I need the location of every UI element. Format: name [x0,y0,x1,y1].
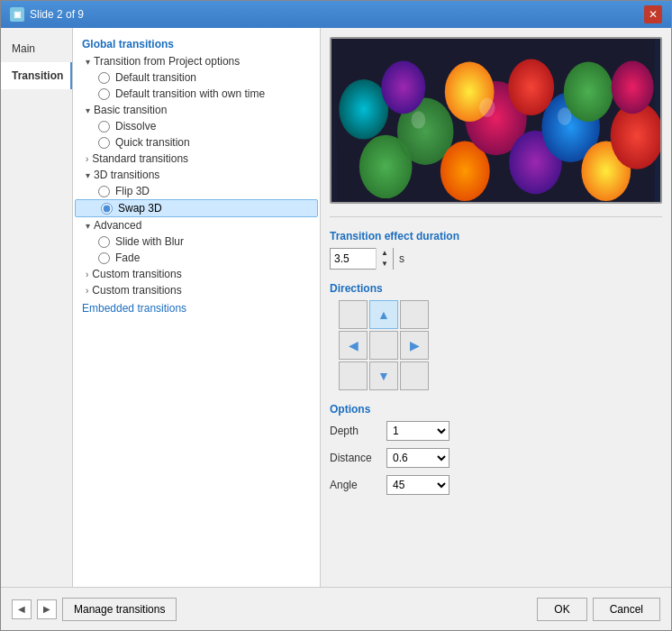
divider1 [330,216,662,217]
duration-section: Transition effect duration ▲ ▼ s [330,230,662,270]
svg-point-12 [508,59,554,116]
section-custom2[interactable]: › Custom transitions [73,282,320,298]
option-distance: Distance 0.40.60.81.0 [330,448,662,468]
angle-select[interactable]: 30456090 [386,475,450,495]
manage-transitions-btn[interactable]: Manage transitions [62,598,177,621]
footer-left: ◀ ▶ Manage transitions [12,598,177,621]
dir-btn-down[interactable]: ▼ [369,361,398,390]
options-section: Options Depth 123 Distance 0.40.60.81.0 … [330,403,662,502]
duration-input[interactable] [331,249,376,269]
spin-down-btn[interactable]: ▼ [377,259,393,270]
svg-point-17 [558,107,572,125]
dir-btn-center [369,331,398,360]
radio-flip3d[interactable]: Flip 3D [73,183,320,199]
radio-slide-blur[interactable]: Slide with Blur [73,233,320,250]
svg-point-16 [479,98,495,118]
arrow-icon: ▾ [86,57,90,67]
spin-up-btn[interactable]: ▲ [377,248,393,259]
dialog-body: Main Transition Global transitions ▾ Tra… [1,28,671,587]
duration-row: ▲ ▼ s [330,248,662,270]
prev-slide-btn[interactable]: ◀ [12,599,32,619]
depth-label: Depth [330,425,379,437]
radio-input-slide-blur[interactable] [98,236,110,248]
global-transitions-header[interactable]: Global transitions [73,35,320,53]
ok-button[interactable]: OK [537,598,586,621]
directions-grid: ▲ ◀ ▶ ▼ [339,300,429,390]
nav-item-main[interactable]: Main [1,35,72,62]
arrow-icon-custom1: › [86,270,88,279]
radio-input-dissolve[interactable] [98,121,110,133]
dir-btn-left[interactable]: ◀ [339,331,368,360]
dialog-footer: ◀ ▶ Manage transitions OK Cancel [1,587,671,630]
radio-default-own-time[interactable]: Default transition with own time [73,86,320,102]
title-bar: ▣ Slide 2 of 9 ✕ [1,1,671,28]
dir-btn-br [400,361,429,390]
radio-input-swap3d[interactable] [101,203,113,215]
svg-point-13 [564,61,613,122]
distance-select[interactable]: 0.40.60.81.0 [386,448,450,468]
dialog-icon: ▣ [10,7,24,22]
duration-spinner[interactable]: ▲ ▼ [330,248,394,270]
arrow-icon-standard: › [86,154,88,164]
radio-quick-transition[interactable]: Quick transition [73,134,320,151]
arrow-icon-advanced: ▾ [86,221,90,231]
close-button[interactable]: ✕ [644,5,662,23]
middle-panel: Global transitions ▾ Transition from Pro… [73,28,321,587]
section-custom1[interactable]: › Custom transitions [73,266,320,282]
directions-label: Directions [330,282,662,295]
distance-label: Distance [330,452,379,464]
svg-point-10 [381,60,425,114]
title-bar-left: ▣ Slide 2 of 9 [10,7,84,22]
section-standard[interactable]: › Standard transitions [73,151,320,167]
radio-input-own-time[interactable] [98,88,110,100]
arrow-icon-custom2: › [86,286,88,296]
duration-label: Transition effect duration [330,230,662,242]
next-slide-btn[interactable]: ▶ [37,599,57,619]
section-from-project[interactable]: ▾ Transition from Project options [73,53,320,69]
right-panel: Transition effect duration ▲ ▼ s Directi… [321,28,671,587]
dir-btn-bl [339,361,368,390]
arrow-icon-3d: ▾ [86,170,90,180]
spinner-buttons: ▲ ▼ [376,248,393,270]
radio-input-flip3d[interactable] [98,186,110,197]
depth-select[interactable]: 123 [386,421,450,441]
embedded-transitions-link[interactable]: Embedded transitions [73,298,320,318]
section-3d[interactable]: ▾ 3D transitions [73,167,320,183]
preview-image [330,37,662,204]
radio-default-transition[interactable]: Default transition [73,69,320,86]
svg-point-9 [339,79,388,140]
radio-input-quick[interactable] [98,137,110,149]
radio-swap3d-selected[interactable]: Swap 3D [75,199,318,217]
dialog-title: Slide 2 of 9 [30,8,84,21]
duration-unit: s [399,252,404,265]
left-nav: Main Transition [1,28,73,587]
dir-btn-tr [400,300,429,329]
section-basic[interactable]: ▾ Basic transition [73,102,320,118]
dir-btn-tl [339,300,368,329]
radio-input-default[interactable] [98,72,110,84]
footer-right: OK Cancel [537,598,660,621]
svg-point-14 [612,60,654,114]
radio-input-fade[interactable] [98,252,110,264]
nav-item-transition[interactable]: Transition [1,62,72,89]
radio-fade[interactable]: Fade [73,250,320,266]
dir-btn-right[interactable]: ▶ [400,331,429,360]
option-depth: Depth 123 [330,421,662,441]
angle-label: Angle [330,479,379,491]
dialog: ▣ Slide 2 of 9 ✕ Main Transition Global … [0,0,672,631]
cancel-button[interactable]: Cancel [593,598,660,621]
svg-point-15 [412,111,426,129]
arrow-icon-basic: ▾ [86,105,90,115]
radio-dissolve[interactable]: Dissolve [73,118,320,134]
directions-section: Directions ▲ ◀ ▶ ▼ [330,282,662,390]
section-advanced[interactable]: ▾ Advanced [73,217,320,233]
dir-btn-up[interactable]: ▲ [369,300,398,329]
options-label: Options [330,403,662,416]
option-angle: Angle 30456090 [330,475,662,495]
